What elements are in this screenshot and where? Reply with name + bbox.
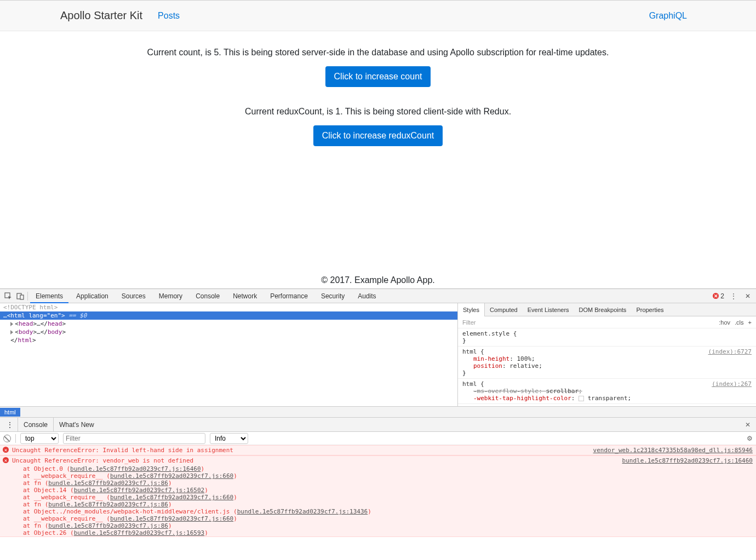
styles-tab-eventlisteners[interactable]: Event Listeners — [523, 303, 574, 316]
tab-network[interactable]: Network — [227, 289, 262, 303]
log-level-selector[interactable]: Info — [210, 433, 248, 444]
drawer-menu-icon[interactable]: ⋮ — [2, 421, 18, 429]
stack-frame[interactable]: at Object.0 (bundle.1e5c87ffb92ad0239cf7… — [0, 465, 756, 472]
separator — [27, 292, 28, 301]
drawer-close-icon[interactable]: ✕ — [740, 421, 756, 429]
error-source-link[interactable]: vendor_web.1c2318c47335b58a98ed_dll.js:8… — [593, 447, 753, 454]
stack-source-link[interactable]: bundle.1e5c87ffb92ad0239cf7.js:660 — [110, 515, 233, 522]
stack-frame[interactable]: at Object.14 (bundle.1e5c87ffb92ad0239cf… — [0, 487, 756, 494]
hov-toggle[interactable]: :hov — [719, 319, 730, 326]
error-count: 2 — [720, 292, 724, 300]
crumb-html[interactable]: html — [0, 408, 20, 417]
drawer-tab-console[interactable]: Console — [18, 418, 54, 432]
stack-source-link[interactable]: bundle.1e5c87ffb92ad0239cf7.js:16593 — [74, 529, 204, 536]
stack-source-link[interactable]: bundle.1e5c87ffb92ad0239cf7.js:13436 — [237, 508, 368, 515]
app-viewport: Apollo Starter Kit Posts GraphiQL Curren… — [0, 0, 756, 288]
stack-source-link[interactable]: bundle.1e5c87ffb92ad0239cf7.js:16460 — [70, 465, 201, 472]
stack-frame[interactable]: at fn (bundle.1e5c87ffb92ad0239cf7.js:86… — [0, 501, 756, 508]
color-swatch-icon[interactable] — [579, 396, 584, 401]
console-error-line[interactable]: ✕ Uncaught ReferenceError: vendor_web is… — [0, 456, 756, 465]
console-output[interactable]: ✕ Uncaught ReferenceError: Invalid left-… — [0, 445, 756, 560]
inspect-element-icon[interactable] — [3, 291, 13, 301]
styles-tab-properties[interactable]: Properties — [631, 303, 668, 316]
devtools-main: <!DOCTYPE html> …<html lang="en"> == $0 … — [0, 303, 756, 406]
tab-security[interactable]: Security — [316, 289, 350, 303]
close-devtools-icon[interactable]: ✕ — [743, 291, 753, 301]
styles-tab-computed[interactable]: Computed — [485, 303, 523, 316]
error-source-link[interactable]: bundle.1e5c87ffb92ad0239cf7.js:16460 — [622, 457, 753, 464]
stack-frame[interactable]: at __webpack_require__ (bundle.1e5c87ffb… — [0, 472, 756, 480]
doctype-line[interactable]: <!DOCTYPE html> — [0, 303, 457, 311]
redux-count-text: Current reduxCount, is 1. This is being … — [0, 107, 756, 117]
stack-source-link[interactable]: bundle.1e5c87ffb92ad0239cf7.js:86 — [48, 480, 168, 487]
tab-sources[interactable]: Sources — [116, 289, 151, 303]
stack-frame[interactable]: at Object../node_modules/webpack-hot-mid… — [0, 508, 756, 515]
rule-html-1[interactable]: (index):6727 html { min-height: 100%; po… — [458, 347, 756, 379]
styles-filter-bar: Filter :hov .cls + — [458, 316, 756, 328]
body-element-line[interactable]: <body>…</body> — [0, 328, 457, 336]
navbar: Apollo Starter Kit Posts GraphiQL — [0, 1, 756, 31]
svg-rect-2 — [20, 295, 24, 299]
styles-tab-dombreakpoints[interactable]: DOM Breakpoints — [574, 303, 632, 316]
main-content: Current count, is 5. This is being store… — [0, 31, 756, 275]
separator — [15, 434, 16, 443]
stack-frame[interactable]: at Object.26 (bundle.1e5c87ffb92ad0239cf… — [0, 529, 756, 536]
error-icon: ✕ — [713, 293, 719, 299]
html-element-line[interactable]: …<html lang="en"> == $0 — [0, 311, 457, 320]
devtools-tab-bar: Elements Application Sources Memory Cons… — [0, 289, 756, 303]
rule-html-2[interactable]: (index):267 html { -ms-overflow-style: s… — [458, 379, 756, 404]
stack-source-link[interactable]: bundle.1e5c87ffb92ad0239cf7.js:660 — [110, 494, 233, 501]
tab-application[interactable]: Application — [71, 289, 114, 303]
drawer-tab-whatsnew[interactable]: What's New — [54, 418, 100, 432]
error-icon: ✕ — [3, 457, 9, 463]
rule-source-link[interactable]: (index):6727 — [708, 348, 752, 355]
console-filter-input[interactable] — [63, 433, 205, 444]
add-rule-icon[interactable]: + — [748, 319, 752, 326]
elements-tree[interactable]: <!DOCTYPE html> …<html lang="en"> == $0 … — [0, 303, 457, 406]
stack-source-link[interactable]: bundle.1e5c87ffb92ad0239cf7.js:86 — [48, 522, 168, 529]
tab-console[interactable]: Console — [190, 289, 225, 303]
styles-pane: Styles Computed Event Listeners DOM Brea… — [457, 303, 756, 406]
context-selector[interactable]: top — [20, 433, 59, 444]
kebab-menu-icon[interactable]: ⋮ — [729, 291, 738, 301]
tab-audits[interactable]: Audits — [352, 289, 381, 303]
styles-tab-styles[interactable]: Styles — [458, 303, 485, 316]
stack-source-link[interactable]: bundle.1e5c87ffb92ad0239cf7.js:86 — [48, 501, 168, 508]
rule-element-style[interactable]: element.style { } — [458, 328, 756, 347]
nav-link-graphiql[interactable]: GraphiQL — [649, 11, 687, 21]
increase-count-button[interactable]: Click to increase count — [325, 66, 431, 87]
footer-text: © 2017. Example Apollo App. — [0, 275, 756, 288]
styles-rules[interactable]: element.style { } (index):6727 html { mi… — [458, 328, 756, 406]
stack-source-link[interactable]: bundle.1e5c87ffb92ad0239cf7.js:16502 — [74, 487, 204, 494]
nav-link-posts[interactable]: Posts — [158, 11, 180, 21]
console-settings-icon[interactable]: ⚙ — [747, 435, 753, 442]
stack-frame[interactable]: at fn (bundle.1e5c87ffb92ad0239cf7.js:86… — [0, 522, 756, 529]
stack-source-link[interactable]: bundle.1e5c87ffb92ad0239cf7.js:660 — [110, 472, 233, 480]
device-toolbar-icon[interactable] — [15, 291, 25, 301]
error-count-badge[interactable]: ✕ 2 — [713, 292, 724, 300]
error-icon: ✕ — [3, 447, 9, 453]
cls-toggle[interactable]: .cls — [735, 319, 744, 326]
styles-tabs: Styles Computed Event Listeners DOM Brea… — [458, 303, 756, 316]
console-error-line[interactable]: ✕ Uncaught ReferenceError: Invalid left-… — [0, 446, 756, 455]
console-toolbar: top Info ⚙ — [0, 432, 756, 445]
drawer-tabs: ⋮ Console What's New ✕ — [0, 418, 756, 432]
nav-brand[interactable]: Apollo Starter Kit — [60, 9, 142, 22]
rule-source-link[interactable]: (index):267 — [712, 380, 752, 388]
elements-breadcrumb[interactable]: html — [0, 406, 756, 417]
console-drawer: ⋮ Console What's New ✕ top Info ⚙ ✕ Unca… — [0, 417, 756, 560]
tab-elements[interactable]: Elements — [30, 289, 68, 303]
stack-frame[interactable]: at __webpack_require__ (bundle.1e5c87ffb… — [0, 494, 756, 501]
stack-frame[interactable]: at __webpack_require__ (bundle.1e5c87ffb… — [0, 515, 756, 522]
server-count-text: Current count, is 5. This is being store… — [0, 48, 756, 57]
tab-performance[interactable]: Performance — [265, 289, 313, 303]
clear-console-icon[interactable] — [3, 435, 11, 442]
tab-memory[interactable]: Memory — [153, 289, 188, 303]
increase-redux-button[interactable]: Click to increase reduxCount — [313, 125, 443, 146]
devtools: Elements Application Sources Memory Cons… — [0, 288, 756, 560]
head-element-line[interactable]: <head>…</head> — [0, 320, 457, 328]
stack-frame[interactable]: at fn (bundle.1e5c87ffb92ad0239cf7.js:86… — [0, 480, 756, 487]
html-close-line[interactable]: </html> — [0, 336, 457, 344]
styles-filter-input[interactable]: Filter — [462, 319, 476, 326]
